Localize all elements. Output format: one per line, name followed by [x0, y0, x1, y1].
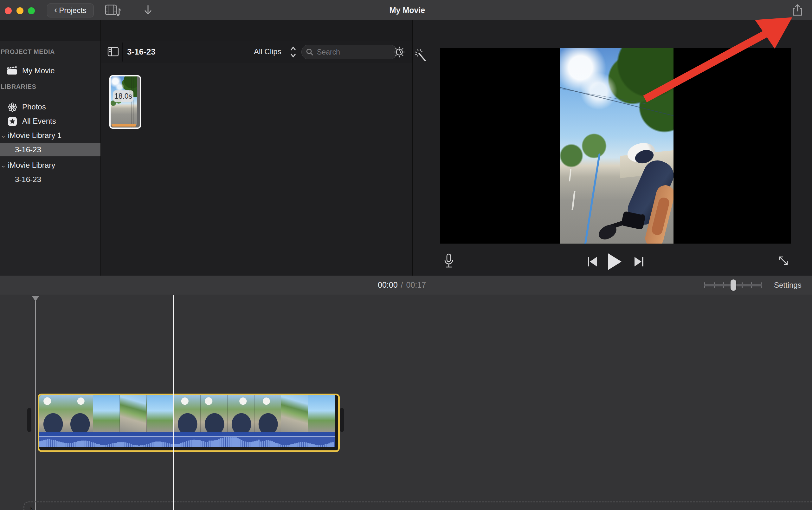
sidebar-item-imovie-library-1[interactable]: ⌄ iMovie Library 1	[0, 129, 100, 142]
waveform-bar	[56, 441, 58, 447]
waveform-bar	[41, 441, 43, 447]
sidebar-item-event-3-16-23[interactable]: 3-16-23	[0, 173, 100, 186]
zoom-window-button[interactable]	[28, 7, 35, 14]
waveform-bar	[60, 442, 62, 447]
disclosure-chevron-icon[interactable]: ⌄	[1, 162, 6, 169]
waveform-bar	[289, 445, 290, 447]
waveform-bar	[287, 445, 288, 447]
sidebar-item-imovie-library[interactable]: ⌄ iMovie Library	[0, 159, 100, 172]
search-field[interactable]	[301, 45, 397, 59]
sidebar-item-my-movie[interactable]: My Movie	[0, 64, 100, 77]
waveform-bar	[163, 442, 164, 447]
clip-settings-sun-icon[interactable]	[393, 46, 406, 58]
sidebar-item-label: Photos	[22, 103, 46, 111]
timeline-settings-button[interactable]: Settings	[774, 276, 802, 294]
waveform-bar	[85, 441, 87, 447]
sidebar-item-photos[interactable]: Photos	[0, 100, 100, 114]
waveform-bar	[77, 441, 79, 447]
waveform-bar	[207, 442, 208, 447]
clip-filmstrip	[39, 395, 335, 432]
media-import-icon[interactable]	[105, 4, 121, 17]
waveform-bar	[284, 445, 286, 447]
waveform-bar	[189, 440, 191, 447]
video-preview-stage	[440, 48, 791, 244]
title-bar: ‹ Projects My Movie	[0, 0, 812, 21]
play-icon[interactable]	[607, 253, 622, 271]
waveform-bar	[136, 445, 138, 447]
minimize-window-button[interactable]	[17, 7, 24, 14]
voiceover-mic-icon[interactable]	[443, 253, 454, 269]
waveform-bar	[319, 445, 321, 447]
waveform-bar	[209, 441, 210, 447]
timeline-pane: ♪	[0, 295, 812, 510]
waveform-bar	[239, 439, 241, 447]
filmstrip-frame	[66, 395, 93, 432]
star-badge-icon	[8, 117, 17, 126]
waveform-bar	[269, 441, 271, 447]
fullscreen-icon[interactable]	[777, 254, 790, 268]
playhead-marker[interactable]	[32, 296, 39, 301]
waveform-bar	[70, 443, 71, 447]
waveform-bar	[304, 442, 305, 447]
waveform-bar	[317, 445, 319, 447]
waveform-bar	[180, 443, 182, 447]
search-input[interactable]	[316, 48, 381, 57]
sidebar-item-label: iMovie Library 1	[8, 131, 61, 140]
zoom-slider-thumb[interactable]	[730, 279, 736, 291]
waveform-bar	[220, 438, 221, 447]
waveform-bar	[87, 441, 88, 447]
waveform-bar	[228, 437, 229, 447]
share-icon[interactable]	[792, 4, 803, 17]
waveform-bar	[66, 443, 67, 447]
filmstrip-frame	[120, 395, 147, 432]
waveform-bar	[311, 444, 313, 447]
imovie-window: ‹ Projects My Movie	[0, 0, 812, 510]
waveform-bar	[222, 438, 223, 447]
waveform-bar	[142, 445, 144, 447]
waveform-bar	[210, 441, 212, 447]
waveform-bar	[72, 443, 73, 447]
waveform-bar	[296, 443, 298, 447]
music-note-icon: ♪	[28, 503, 34, 510]
media-clip-thumbnail[interactable]: 18.0s	[109, 75, 141, 129]
audio-drop-zone[interactable]	[24, 502, 812, 510]
waveform-bar	[201, 441, 203, 447]
waveform-bar	[203, 441, 204, 447]
enhance-magic-wand-icon[interactable]	[415, 48, 428, 64]
waveform-bar	[115, 443, 117, 448]
timeline-zoom-slider[interactable]	[704, 279, 762, 291]
waveform-bar	[256, 441, 258, 447]
frame-separator	[133, 77, 133, 128]
video-frame	[560, 48, 673, 244]
sidebar-item-all-events[interactable]: All Events	[0, 114, 100, 128]
sidebar-item-event-3-16-23-selected[interactable]: 3-16-23	[0, 143, 100, 157]
download-arrow-icon[interactable]	[143, 4, 153, 17]
filmstrip-frame	[281, 395, 308, 432]
disclosure-chevron-icon[interactable]: ⌄	[1, 132, 6, 139]
skimmer-playhead[interactable]	[173, 295, 174, 510]
waveform-bar	[108, 444, 109, 447]
stepper-chevrons-icon[interactable]	[289, 45, 297, 59]
trim-handle-left[interactable]	[27, 408, 31, 432]
timeline-clip-selected[interactable]	[38, 394, 340, 452]
previous-frame-icon[interactable]	[587, 256, 598, 267]
trim-handle-right[interactable]	[340, 408, 344, 432]
playhead-line[interactable]	[35, 297, 36, 510]
waveform-bar	[45, 440, 47, 447]
clip-filter-dropdown[interactable]: All Clips	[254, 47, 281, 56]
waveform-bar	[309, 444, 311, 447]
waveform-bar	[231, 437, 233, 447]
total-duration: 00:17	[406, 280, 426, 289]
back-to-projects-button[interactable]: ‹ Projects	[47, 3, 94, 18]
waveform-bar	[262, 441, 263, 447]
next-frame-icon[interactable]	[633, 256, 645, 267]
header-divider	[122, 42, 123, 61]
waveform-bar	[138, 446, 140, 447]
sidebar-toggle-icon[interactable]	[108, 47, 119, 56]
waveform-bar	[125, 443, 126, 447]
frame-separator	[131, 77, 132, 128]
waveform-bar	[283, 445, 284, 447]
waveform-bar	[275, 443, 277, 447]
clip-used-range-bar	[112, 124, 136, 126]
close-window-button[interactable]	[5, 7, 12, 14]
